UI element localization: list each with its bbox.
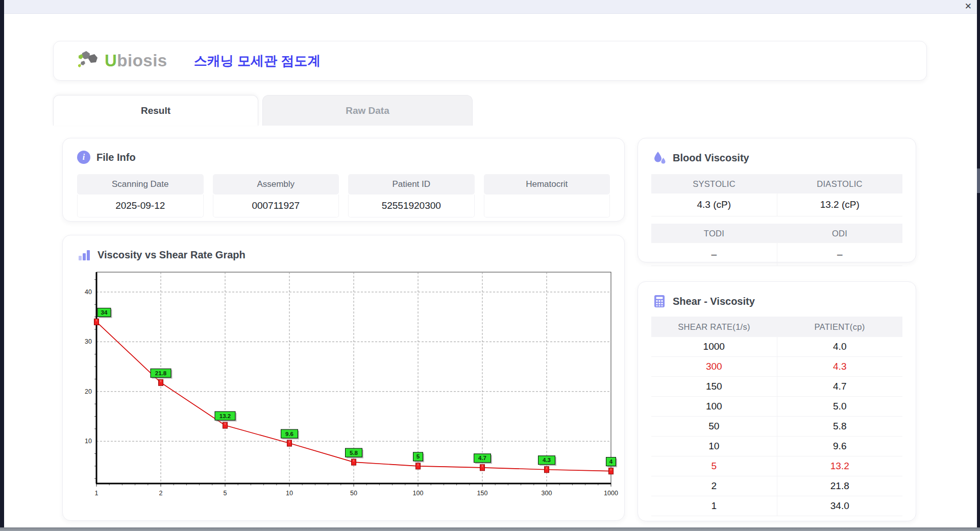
svg-text:5: 5 <box>224 490 227 497</box>
sv-cell-shear: 1 <box>651 496 777 516</box>
svg-text:10: 10 <box>85 438 92 445</box>
bv-header-row: SYSTOLIC DIASTOLIC <box>651 174 902 194</box>
shear-viscosity-title-row: Shear - Viscosity <box>638 282 916 308</box>
viscosity-shear-chart: 10203040125105010015030010003421.813.29.… <box>77 265 619 516</box>
table-row: 100 5.0 <box>651 397 902 417</box>
svg-text:13.2: 13.2 <box>219 413 231 419</box>
file-info-title-row: i File Info <box>63 138 624 164</box>
svg-text:20: 20 <box>85 388 92 395</box>
bv-value-odi: – <box>777 243 903 266</box>
ubiosis-logo-text: Ubiosis <box>105 51 167 70</box>
svg-text:34: 34 <box>101 309 108 316</box>
table-row: 2 21.8 <box>651 476 902 496</box>
bv-header-odi: ODI <box>777 224 902 243</box>
table-row: 10 9.6 <box>651 437 902 456</box>
sv-col-patient: PATIENT(cp) <box>777 317 902 337</box>
sv-cell-patient: 21.8 <box>777 476 903 496</box>
graph-title-row: Viscosity vs Shear Rate Graph <box>63 235 624 262</box>
bv-value-systolic: 4.3 (cP) <box>651 194 777 216</box>
bv-value-row: 4.3 (cP) 13.2 (cP) <box>651 194 902 216</box>
svg-text:1: 1 <box>95 490 99 497</box>
field-label: Hematocrit <box>484 174 610 195</box>
sv-cell-patient: 5.0 <box>777 397 903 416</box>
ubiosis-logo-icon <box>77 50 101 72</box>
field-assembly: Assembly 000711927 <box>213 174 339 218</box>
bv-value-row: – – <box>651 243 902 266</box>
app-title-korean: 스캐닝 모세관 점도계 <box>194 52 321 70</box>
table-row: 1 34.0 <box>651 496 902 516</box>
sv-cell-shear: 300 <box>651 357 777 376</box>
table-row: 5 13.2 <box>651 456 902 476</box>
sv-cell-shear: 50 <box>651 417 777 436</box>
bottom-edge-strip <box>0 527 980 531</box>
window-title-bar <box>0 0 980 14</box>
field-value: 000711927 <box>213 195 339 218</box>
shear-viscosity-title: Shear - Viscosity <box>673 296 755 307</box>
file-info-title: File Info <box>96 152 136 163</box>
table-row: 50 5.8 <box>651 417 902 437</box>
shear-viscosity-table: SHEAR RATE(1/s) PATIENT(cp) 1000 4.0 300… <box>651 317 902 516</box>
field-value: 52551920300 <box>348 195 475 218</box>
logo-biosis: biosis <box>117 51 167 70</box>
svg-text:50: 50 <box>350 490 357 497</box>
sv-cell-shear: 1000 <box>651 337 777 356</box>
blood-viscosity-panel: Blood Viscosity SYSTOLIC DIASTOLIC 4.3 (… <box>638 138 916 262</box>
app-header: Ubiosis 스캐닝 모세관 점도계 <box>53 41 927 81</box>
sv-cell-shear: 10 <box>651 437 777 456</box>
droplets-icon <box>652 151 667 165</box>
svg-text:40: 40 <box>85 288 92 296</box>
sv-col-shear-rate: SHEAR RATE(1/s) <box>651 317 777 337</box>
bv-header-systolic: SYSTOLIC <box>651 174 777 194</box>
field-value <box>484 195 610 218</box>
field-hematocrit: Hematocrit <box>484 174 610 218</box>
bar-chart-icon <box>77 248 91 262</box>
viscosity-graph-panel: Viscosity vs Shear Rate Graph 1020304012… <box>62 235 625 521</box>
field-value: 2025-09-12 <box>77 195 204 218</box>
right-edge-strip <box>977 0 980 531</box>
sv-header-row: SHEAR RATE(1/s) PATIENT(cp) <box>651 317 902 337</box>
left-edge-strip <box>0 0 4 531</box>
scrollbar-thumb[interactable] <box>977 168 980 193</box>
file-info-panel: i File Info Scanning Date 2025-09-12 Ass… <box>62 138 625 222</box>
field-patient-id: Patient ID 52551920300 <box>348 174 475 218</box>
sv-cell-shear: 150 <box>651 377 777 396</box>
close-icon[interactable]: ✕ <box>965 1 972 12</box>
field-label: Scanning Date <box>77 174 204 195</box>
sv-cell-shear: 5 <box>651 456 777 476</box>
sv-cell-patient: 4.7 <box>777 377 903 396</box>
graph-title: Viscosity vs Shear Rate Graph <box>97 249 246 261</box>
bv-value-todi: – <box>651 243 777 266</box>
svg-text:4.3: 4.3 <box>543 457 551 463</box>
bv-header-row: TODI ODI <box>651 224 902 243</box>
bv-header-diastolic: DIASTOLIC <box>777 174 902 194</box>
svg-text:4: 4 <box>609 458 613 465</box>
blood-viscosity-title: Blood Viscosity <box>673 152 749 164</box>
sv-cell-patient: 9.6 <box>777 437 903 456</box>
svg-text:2: 2 <box>159 490 163 497</box>
tab-result[interactable]: Result <box>53 95 258 126</box>
blood-viscosity-table: SYSTOLIC DIASTOLIC 4.3 (cP) 13.2 (cP) TO… <box>651 174 902 266</box>
bv-value-diastolic: 13.2 (cP) <box>777 194 903 216</box>
blood-viscosity-title-row: Blood Viscosity <box>638 138 916 165</box>
svg-text:300: 300 <box>542 490 552 497</box>
svg-text:100: 100 <box>413 490 424 497</box>
svg-text:5: 5 <box>416 453 420 460</box>
sv-cell-patient: 34.0 <box>777 496 903 516</box>
bv-header-todi: TODI <box>651 224 777 243</box>
sv-cell-patient: 4.0 <box>777 337 903 356</box>
svg-text:1000: 1000 <box>604 490 618 497</box>
tab-raw-data[interactable]: Raw Data <box>262 95 473 126</box>
sv-cell-patient: 4.3 <box>777 357 903 376</box>
svg-text:4.7: 4.7 <box>478 455 486 461</box>
sv-cell-shear: 100 <box>651 397 777 416</box>
field-label: Patient ID <box>348 174 475 195</box>
info-icon: i <box>77 151 90 164</box>
svg-text:10: 10 <box>286 490 293 497</box>
ubiosis-logo: Ubiosis <box>77 50 167 72</box>
chart-svg: 10203040125105010015030010003421.813.29.… <box>77 265 619 516</box>
sv-cell-patient: 13.2 <box>777 456 903 476</box>
field-scanning-date: Scanning Date 2025-09-12 <box>77 174 204 218</box>
svg-text:9.6: 9.6 <box>285 431 293 437</box>
table-row: 150 4.7 <box>651 377 902 397</box>
svg-text:5.8: 5.8 <box>350 450 358 456</box>
